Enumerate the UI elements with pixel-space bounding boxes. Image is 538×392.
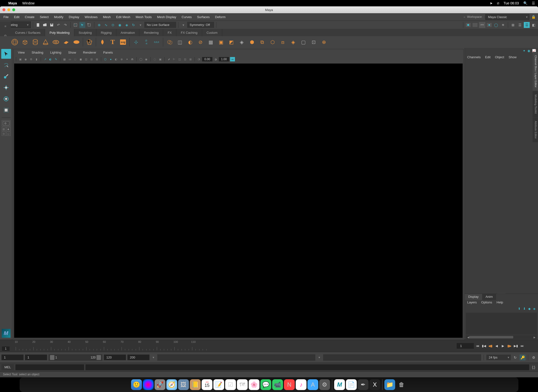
script-lang-label[interactable]: MEL	[1, 364, 14, 370]
dock-launchpad-icon[interactable]: 🚀	[155, 379, 165, 390]
image-plane-icon[interactable]: ↗	[43, 57, 47, 61]
shelf-tab-rigging[interactable]: Rigging	[96, 29, 116, 36]
viewmenu-view[interactable]: View	[15, 50, 28, 55]
menu-edit[interactable]: Edit	[12, 14, 22, 20]
shelf-tab-sculpting[interactable]: Sculpting	[74, 29, 96, 36]
layer-new-selected-icon[interactable]: ◈	[533, 307, 536, 312]
menu-windows[interactable]: Windows	[82, 14, 100, 20]
viewmenu-renderer[interactable]: Renderer	[80, 50, 99, 55]
layout-persp-icon[interactable]: ◻	[6, 132, 11, 136]
spotlight-icon[interactable]: 🔍	[523, 1, 527, 5]
fps-dropdown[interactable]: 24 fps	[486, 355, 511, 360]
undo-icon[interactable]: ↶	[56, 22, 61, 28]
center-pivot-icon[interactable]: ⊹	[132, 38, 140, 46]
layout-prev-icon[interactable]: ◆	[6, 127, 11, 131]
fill-hole-icon[interactable]: ◈	[238, 38, 245, 46]
xray-active-icon[interactable]: ▣	[158, 57, 162, 61]
motion-blur-icon[interactable]: ⊢	[172, 57, 176, 61]
cursor-icon[interactable]: ➤	[490, 1, 493, 5]
film-gate-icon[interactable]: ◐	[48, 57, 53, 61]
go-start-button[interactable]: ⏮	[475, 343, 480, 349]
dock-siri-icon[interactable]	[143, 379, 154, 390]
select-object-icon[interactable]	[79, 22, 85, 28]
new-scene-icon[interactable]	[35, 22, 41, 28]
poly-svg-icon[interactable]: svg	[119, 38, 127, 46]
snap-plane-icon[interactable]: ◈	[124, 22, 130, 28]
axis-indicator-icon[interactable]: ✦	[523, 49, 526, 53]
menu-icon[interactable]: ☰	[532, 1, 535, 5]
range-handle-end[interactable]	[97, 355, 101, 360]
vtab-channelbox[interactable]: Channel Box / Layer Editor	[533, 52, 538, 91]
lights-icon[interactable]: ✦	[125, 57, 129, 61]
poly-superellipse-icon[interactable]	[98, 38, 106, 46]
lasso-tool[interactable]	[1, 60, 11, 70]
dock-appstore-icon[interactable]: A	[307, 379, 318, 390]
snap-grid-icon[interactable]: ⊕	[96, 22, 102, 28]
character-set-field[interactable]	[157, 354, 315, 361]
range-slider[interactable]: 1 120	[49, 354, 102, 361]
film-icon[interactable]: ▭	[68, 57, 72, 61]
prefs-icon[interactable]: ⚙	[531, 355, 537, 360]
layer-scrollbar[interactable]: ◀▶	[466, 335, 537, 339]
ao-icon[interactable]: ⊡	[183, 57, 187, 61]
dock-app1-icon[interactable]: ✒	[358, 379, 368, 390]
menu-mesh[interactable]: Mesh	[100, 14, 113, 20]
open-scene-icon[interactable]	[42, 22, 48, 28]
dock-maya-icon[interactable]: M	[334, 379, 345, 390]
gamma-icon[interactable]: ◑	[213, 57, 218, 61]
snap-live-icon[interactable]: ↻	[131, 22, 136, 28]
light-editor-icon[interactable]: ☀	[500, 22, 506, 28]
dock-maps-icon[interactable]: 🗺	[237, 379, 248, 390]
grid-icon[interactable]: ▦	[62, 57, 67, 61]
menu-create[interactable]: Create	[22, 14, 37, 20]
cb-edit[interactable]: Edit	[485, 55, 490, 59]
render-settings-icon[interactable]	[486, 22, 492, 28]
step-forward-key-button[interactable]: ▶▮	[513, 343, 518, 349]
resolution-gate-icon[interactable]: □	[73, 57, 77, 61]
ipr-render-icon[interactable]: IPR	[479, 22, 485, 28]
xray-joints-icon[interactable]: ◌	[153, 57, 157, 61]
layout-outliner-icon[interactable]: ⊟	[2, 132, 6, 136]
merge-icon[interactable]: ◈	[289, 38, 297, 46]
anim-start-field[interactable]: 1	[1, 355, 24, 360]
playback-start-field[interactable]: 1	[25, 355, 47, 360]
viewmenu-panels[interactable]: Panels	[100, 50, 116, 55]
move-tool[interactable]	[1, 83, 11, 92]
bridge-icon[interactable]: ▣	[217, 38, 225, 46]
vtab-modelingtoolkit[interactable]: Modeling Toolkit	[533, 91, 538, 117]
anim-end-field[interactable]: 200	[127, 355, 149, 360]
dock-news-icon[interactable]: N	[284, 379, 295, 390]
isolate-icon[interactable]: ◯	[139, 57, 143, 61]
rotate-tool[interactable]	[1, 94, 11, 104]
cb-channels[interactable]: Channels	[467, 55, 481, 59]
live-surface-field[interactable]: No Live Surface	[144, 22, 176, 28]
shelf-tab-curves[interactable]: Curves / Surfaces	[11, 29, 45, 36]
menu-curves[interactable]: Curves	[179, 14, 194, 20]
autokey-icon[interactable]: 🔑	[520, 355, 526, 360]
dock-trash-icon[interactable]: 🗑	[396, 379, 407, 390]
symmetry-dropdown[interactable]: Symmetry: Off	[187, 22, 214, 28]
app-name[interactable]: Maya	[8, 1, 17, 5]
dock-calendar-icon[interactable]: JAN15	[202, 379, 212, 390]
sync-icon[interactable]: ◉	[527, 49, 530, 53]
layer-movedown-icon[interactable]: ⬇	[523, 307, 526, 312]
script-editor-icon[interactable]: {;}	[531, 364, 537, 370]
smooth-shade-icon[interactable]: ●	[109, 57, 113, 61]
safe-action-icon[interactable]: ✎	[54, 57, 58, 61]
menu-meshtools[interactable]: Mesh Tools	[133, 14, 154, 20]
camera-settings-icon[interactable]: ⚙	[29, 57, 33, 61]
loop-icon[interactable]: ↻	[512, 355, 518, 360]
separate-icon[interactable]: ◫	[176, 38, 184, 46]
dropdown-arrow-icon[interactable]: ▾	[137, 22, 143, 28]
freeze-transform-icon[interactable]: ⏱-x	[142, 38, 150, 46]
dock-downloads-icon[interactable]: 📁	[384, 379, 395, 390]
append-poly-icon[interactable]: ⬢	[248, 38, 256, 46]
select-tool[interactable]	[1, 49, 11, 59]
exposure-field[interactable]: 0.00	[202, 57, 212, 61]
command-input[interactable]	[15, 364, 84, 370]
camera-lock-icon[interactable]: ◉	[24, 57, 28, 61]
shelf-tab-custom[interactable]: Custom	[202, 29, 222, 36]
play-back-button[interactable]: ◀	[494, 343, 499, 349]
step-back-key-button[interactable]: ▮◀	[481, 343, 487, 349]
dock-facetime-icon[interactable]: 📹	[272, 379, 283, 390]
